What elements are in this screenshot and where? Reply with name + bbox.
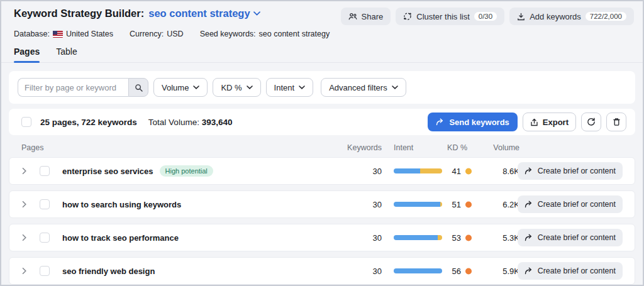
- select-all-checkbox[interactable]: [21, 117, 31, 127]
- expand-row-icon[interactable]: [22, 268, 27, 275]
- page-name[interactable]: how to track seo performance: [62, 233, 179, 243]
- seed-keywords-value: seo content strategy: [259, 30, 330, 38]
- kd-dot: [465, 168, 472, 174]
- table-row: how to track seo performance 30 53 5.3K …: [9, 224, 635, 251]
- row-checkbox[interactable]: [40, 266, 50, 276]
- column-kd: KD %: [424, 143, 467, 152]
- database-value: United States: [66, 30, 113, 38]
- column-volume: Volume: [474, 143, 519, 152]
- expand-row-icon[interactable]: [22, 234, 27, 241]
- search-icon: [135, 84, 143, 92]
- intent-filter-dropdown[interactable]: Intent: [266, 78, 314, 97]
- currency-label: Currency:: [130, 30, 164, 38]
- kd-cell: 56: [416, 267, 472, 276]
- volume-value: 5.3K: [474, 233, 519, 243]
- cluster-label: Cluster this list: [416, 12, 470, 21]
- export-icon: [530, 118, 538, 126]
- table-header: Pages Keywords Intent KD % Volume: [9, 138, 635, 157]
- filter-bar: Volume KD % Intent Advanced filters: [9, 71, 635, 104]
- page-name[interactable]: enterprise seo services: [62, 167, 153, 176]
- column-intent: Intent: [394, 143, 413, 152]
- row-checkbox[interactable]: [40, 166, 50, 176]
- page-title: Keyword Strategy Builder:: [14, 8, 144, 19]
- row-checkbox[interactable]: [40, 233, 50, 243]
- kd-filter-dropdown[interactable]: KD %: [213, 78, 260, 97]
- expand-row-icon[interactable]: [22, 168, 27, 175]
- refresh-button[interactable]: [581, 113, 601, 131]
- export-button[interactable]: Export: [523, 113, 576, 131]
- database-label: Database:: [14, 30, 50, 38]
- us-flag-icon: [53, 31, 63, 38]
- volume-value: 8.6K: [474, 167, 519, 176]
- total-volume-label: Total Volume:: [148, 118, 199, 127]
- create-brief-label: Create brief or content: [538, 233, 616, 242]
- table-row: how to search using keywords 30 51 6.2K …: [9, 190, 635, 218]
- trash-icon: [613, 118, 621, 126]
- row-checkbox[interactable]: [40, 199, 50, 209]
- create-brief-button[interactable]: Create brief or content: [518, 229, 623, 246]
- kd-cell: 51: [416, 200, 472, 209]
- kd-value: 53: [452, 233, 461, 243]
- kd-dot: [465, 268, 472, 274]
- chevron-down-icon: [193, 85, 199, 89]
- create-brief-button[interactable]: Create brief or content: [518, 195, 623, 213]
- advanced-filters-label: Advanced filters: [329, 83, 387, 92]
- keyword-count-badge: 722/2,000: [586, 12, 626, 21]
- send-keywords-button[interactable]: Send keywords: [428, 113, 517, 131]
- kd-dot: [465, 201, 472, 207]
- high-potential-badge: High potential: [160, 165, 213, 177]
- create-brief-label: Create brief or content: [538, 167, 616, 175]
- tab-pages[interactable]: Pages: [14, 47, 40, 62]
- refresh-icon: [587, 118, 596, 126]
- cluster-list-button[interactable]: Cluster this list 0/30: [396, 8, 504, 25]
- create-brief-button[interactable]: Create brief or content: [518, 162, 623, 180]
- summary-bar: 25 pages, 722 keywords Total Volume: 393…: [9, 109, 635, 135]
- create-brief-label: Create brief or content: [538, 267, 616, 275]
- chevron-down-icon: [299, 85, 305, 89]
- total-volume: Total Volume: 393,640: [148, 118, 233, 127]
- kd-filter-label: KD %: [221, 83, 242, 92]
- seed-keywords-label: Seed keywords:: [200, 30, 256, 38]
- page-name[interactable]: seo friendly web design: [62, 267, 155, 276]
- keywords-count: 30: [323, 167, 382, 176]
- chevron-down-icon: [392, 85, 398, 89]
- create-brief-button[interactable]: Create brief or content: [518, 262, 623, 280]
- share-icon: [348, 13, 357, 21]
- download-icon: [517, 13, 525, 21]
- send-arrow-icon: [525, 234, 533, 241]
- pages-list: enterprise seo services High potential 3…: [9, 157, 635, 285]
- keywords-count: 30: [323, 267, 382, 276]
- volume-value: 6.2K: [474, 200, 519, 209]
- chevron-down-icon: [247, 85, 253, 89]
- page-name[interactable]: how to search using keywords: [62, 200, 181, 209]
- create-brief-label: Create brief or content: [538, 200, 616, 209]
- currency-value: USD: [167, 30, 183, 38]
- expand-row-icon[interactable]: [22, 201, 27, 208]
- share-button[interactable]: Share: [341, 8, 391, 25]
- search-input[interactable]: [18, 78, 128, 97]
- add-keywords-button[interactable]: Add keywords 722/2,000: [509, 8, 634, 25]
- volume-filter-label: Volume: [162, 83, 189, 92]
- currency-info: Currency: USD: [130, 30, 184, 38]
- export-label: Export: [543, 118, 569, 127]
- database-info: Database: United States: [14, 30, 113, 38]
- cluster-count-badge: 0/30: [474, 12, 497, 21]
- advanced-filters-dropdown[interactable]: Advanced filters: [321, 78, 406, 97]
- header-bar: Keyword Strategy Builder: seo content st…: [1, 1, 643, 25]
- kd-value: 56: [452, 267, 461, 276]
- tab-table[interactable]: Table: [56, 47, 77, 62]
- volume-value: 5.9K: [474, 267, 519, 276]
- search-button[interactable]: [128, 78, 148, 97]
- table-row: seo friendly web design 30 56 5.9K Creat…: [9, 257, 635, 285]
- kd-value: 51: [452, 200, 461, 209]
- selection-summary: 25 pages, 722 keywords: [40, 118, 137, 127]
- search-group: [18, 78, 148, 97]
- delete-button[interactable]: [606, 113, 626, 131]
- intent-filter-label: Intent: [274, 83, 295, 92]
- send-arrow-icon: [525, 267, 533, 275]
- volume-filter-dropdown[interactable]: Volume: [153, 78, 208, 97]
- column-keywords: Keywords: [323, 143, 382, 152]
- list-name-dropdown[interactable]: seo content strategy: [148, 8, 260, 19]
- kd-cell: 53: [416, 233, 472, 243]
- kd-dot: [465, 234, 472, 241]
